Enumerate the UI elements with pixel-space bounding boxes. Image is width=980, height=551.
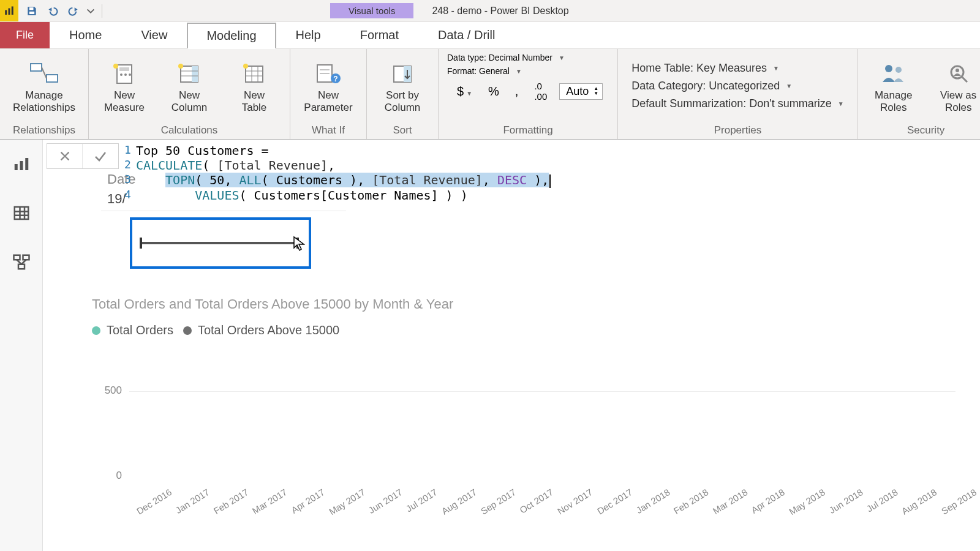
line-number: 3 — [121, 173, 136, 186]
label: New Table — [242, 89, 267, 113]
tab-help[interactable]: Help — [276, 22, 341, 48]
new-table-button[interactable]: New Table — [226, 59, 282, 113]
slider-track — [141, 242, 298, 244]
spinner-icon[interactable]: ▲▼ — [594, 86, 598, 96]
tab-data-drill[interactable]: Data / Drill — [418, 22, 514, 48]
legend-dot-1 — [92, 326, 100, 335]
tab-view[interactable]: View — [121, 22, 187, 48]
save-icon[interactable] — [23, 2, 40, 20]
group-label: Security — [858, 123, 980, 139]
x-tick-label: Jul 2017 — [404, 487, 439, 514]
svg-rect-44 — [13, 255, 20, 260]
group-properties: Home Table: Key Measures▼ Data Category:… — [618, 49, 858, 139]
undo-icon[interactable] — [44, 2, 61, 20]
tab-format[interactable]: Format — [341, 22, 418, 48]
formula-editor[interactable]: 1Top 50 Customers = 2CALCULATE( [Total R… — [121, 143, 551, 203]
svg-rect-36 — [14, 164, 17, 170]
chevron-down-icon: ▼ — [466, 90, 472, 97]
cancel-formula-button[interactable] — [47, 144, 83, 168]
decimal-places-input[interactable]: Auto ▲▼ — [559, 83, 603, 100]
x-tick-label: Nov 2017 — [556, 487, 594, 516]
svg-rect-37 — [20, 161, 23, 170]
label: Sort by Column — [385, 89, 421, 113]
currency-format-button[interactable]: $▼ — [453, 83, 476, 100]
report-canvas[interactable]: Date 19/ 1Top 50 Customers = 2CALCULATE(… — [43, 140, 980, 551]
new-column-button[interactable]: New Column — [161, 59, 217, 113]
label: Data type: Decimal Number — [447, 53, 552, 62]
data-category-dropdown[interactable]: Data Category: Uncategorized▼ — [631, 80, 843, 92]
svg-rect-18 — [246, 66, 263, 82]
svg-rect-1 — [9, 8, 10, 15]
new-measure-button[interactable]: New Measure — [96, 59, 153, 113]
chart-legend: Total Orders Total Orders Above 15000 — [92, 323, 962, 337]
file-tab[interactable]: File — [0, 22, 50, 48]
svg-rect-39 — [14, 207, 28, 219]
svg-rect-5 — [31, 64, 42, 71]
highlighted-slider — [130, 217, 311, 269]
x-tick-label: Sep 2017 — [479, 487, 518, 516]
manage-roles-button[interactable]: Manage Roles — [865, 59, 922, 113]
range-slider[interactable] — [138, 234, 303, 252]
commit-formula-button[interactable] — [83, 144, 118, 168]
group-sort: Sort by Column Sort — [367, 49, 439, 139]
value: Auto — [566, 85, 589, 98]
default-summarization-dropdown[interactable]: Default Summarization: Don't summarize▼ — [631, 97, 843, 110]
chevron-down-icon: ▼ — [516, 68, 522, 75]
x-tick-label: Jul 2018 — [864, 487, 899, 514]
x-tick-label: Sep 2018 — [939, 487, 978, 516]
chevron-down-icon: ▼ — [773, 65, 779, 72]
legend-label-2: Total Orders Above 15000 — [198, 323, 339, 337]
new-parameter-button[interactable]: ? New Parameter — [298, 59, 359, 113]
data-type-dropdown[interactable]: Data type: Decimal Number▼ — [447, 53, 565, 62]
label: Manage Roles — [875, 89, 912, 113]
percent-format-button[interactable]: % — [484, 83, 503, 100]
group-label: What If — [290, 123, 366, 139]
group-security: Manage Roles View as Roles Security — [858, 49, 980, 139]
view-as-roles-button[interactable]: View as Roles — [930, 59, 980, 113]
legend-label-1: Total Orders — [107, 323, 173, 337]
ribbon-tabs: File Home View Modeling Help Format Data… — [0, 22, 980, 49]
sort-by-column-button[interactable]: Sort by Column — [374, 59, 431, 113]
chevron-down-icon: ▼ — [559, 54, 565, 61]
qat-customize-icon[interactable] — [86, 2, 96, 20]
x-tick-label: Jan 2018 — [634, 487, 671, 515]
home-table-dropdown[interactable]: Home Table: Key Measures▼ — [631, 62, 843, 75]
slider-handle-left[interactable] — [140, 238, 142, 249]
roles-icon — [880, 59, 907, 88]
x-tick-label: Jun 2018 — [827, 487, 864, 515]
document-title: 248 - demo - Power BI Desktop — [432, 6, 568, 17]
relationships-icon — [29, 59, 59, 88]
label: New Measure — [104, 89, 145, 113]
label: New Parameter — [304, 89, 352, 113]
tab-modeling[interactable]: Modeling — [187, 23, 276, 49]
left-nav — [0, 140, 43, 551]
bar-chart-visual[interactable]: Total Orders and Total Orders Above 1500… — [92, 296, 962, 487]
manage-relationships-button[interactable]: Manage Relationships — [7, 59, 81, 113]
svg-rect-38 — [25, 158, 28, 170]
svg-point-12 — [113, 64, 118, 69]
format-dropdown[interactable]: Format: General▼ — [447, 66, 522, 76]
group-label: Calculations — [89, 123, 290, 139]
svg-rect-8 — [119, 67, 129, 71]
thousands-separator-button[interactable]: , — [511, 83, 522, 100]
label: Home Table: Key Measures — [631, 62, 767, 75]
data-view-button[interactable] — [9, 201, 34, 225]
svg-rect-6 — [47, 75, 58, 82]
group-label: Sort — [367, 123, 438, 139]
chart-plot-area: 0 500 — [129, 348, 956, 477]
redo-icon[interactable] — [65, 2, 82, 20]
line-number: 4 — [121, 188, 136, 201]
x-tick-label: Mar 2018 — [710, 487, 749, 516]
legend-dot-2 — [183, 326, 192, 335]
report-view-button[interactable] — [9, 152, 34, 176]
svg-text:?: ? — [333, 75, 337, 83]
line-number: 2 — [121, 158, 136, 171]
x-tick-label: Apr 2017 — [289, 487, 326, 515]
group-formatting: Data type: Decimal Number▼ Format: Gener… — [439, 49, 618, 139]
formula-bar: 1Top 50 Customers = 2CALCULATE( [Total R… — [47, 143, 974, 203]
tab-home[interactable]: Home — [50, 22, 121, 48]
y-tick: 0 — [116, 470, 122, 482]
svg-point-17 — [178, 64, 183, 69]
model-view-button[interactable] — [9, 250, 34, 274]
bars-container — [129, 348, 956, 477]
